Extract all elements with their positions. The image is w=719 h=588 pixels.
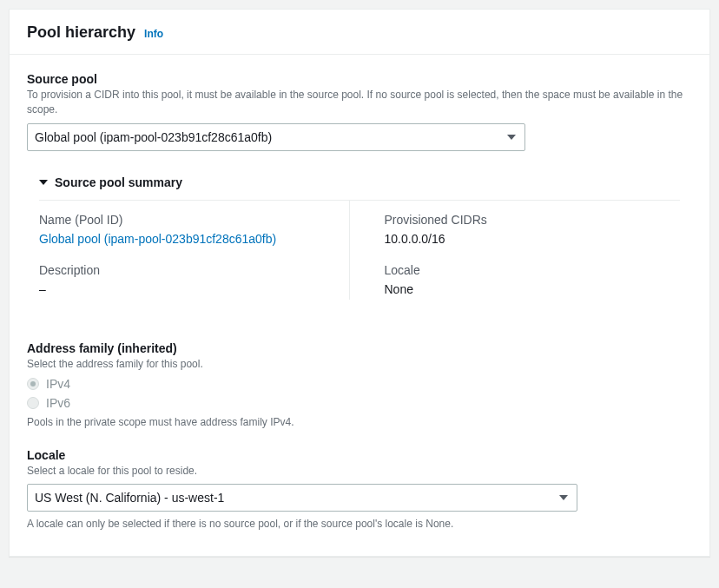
summary-description-label: Description xyxy=(39,263,335,277)
radio-ipv6: IPv6 xyxy=(27,396,692,410)
source-pool-field: Source pool To provision a CIDR into thi… xyxy=(27,72,692,151)
locale-note: A locale can only be selected if there i… xyxy=(27,517,692,532)
summary-name-label: Name (Pool ID) xyxy=(39,213,335,227)
source-pool-summary-section: Source pool summary Name (Pool ID) Globa… xyxy=(27,170,692,310)
radio-ipv4-label: IPv4 xyxy=(46,377,70,391)
chevron-down-icon xyxy=(559,495,568,500)
source-pool-selected-value: Global pool (ipam-pool-023b91cf28c61a0fb… xyxy=(35,130,272,144)
source-pool-label: Source pool xyxy=(27,72,692,86)
address-family-field: Address family (inherited) Select the ad… xyxy=(27,341,692,431)
panel-header: Pool hierarchy Info xyxy=(10,10,709,55)
radio-ipv6-label: IPv6 xyxy=(46,396,70,410)
pool-hierarchy-panel: Pool hierarchy Info Source pool To provi… xyxy=(9,9,710,557)
summary-locale-label: Locale xyxy=(385,263,681,277)
locale-select[interactable]: US West (N. California) - us-west-1 xyxy=(27,484,577,512)
locale-description: Select a locale for this pool to reside. xyxy=(27,464,692,479)
address-family-note: Pools in the private scope must have add… xyxy=(27,415,692,430)
panel-title: Pool hierarchy xyxy=(27,23,135,42)
caret-down-icon xyxy=(39,180,48,185)
summary-locale-value: None xyxy=(385,282,681,296)
summary-name-link[interactable]: Global pool (ipam-pool-023b91cf28c61a0fb… xyxy=(39,232,335,246)
source-pool-summary-title: Source pool summary xyxy=(55,175,182,189)
summary-locale-block: Locale None xyxy=(385,263,681,296)
summary-col-right: Provisioned CIDRs 10.0.0.0/16 Locale Non… xyxy=(385,201,681,300)
summary-cidrs-block: Provisioned CIDRs 10.0.0.0/16 xyxy=(385,213,681,246)
locale-label: Locale xyxy=(27,448,692,462)
locale-field: Locale Select a locale for this pool to … xyxy=(27,448,692,532)
panel-body: Source pool To provision a CIDR into thi… xyxy=(10,55,709,556)
address-family-label: Address family (inherited) xyxy=(27,341,692,355)
info-link[interactable]: Info xyxy=(144,28,163,40)
source-pool-description: To provision a CIDR into this pool, it m… xyxy=(27,88,692,118)
locale-selected-value: US West (N. California) - us-west-1 xyxy=(35,491,224,505)
summary-name-block: Name (Pool ID) Global pool (ipam-pool-02… xyxy=(39,213,335,246)
source-pool-select[interactable]: Global pool (ipam-pool-023b91cf28c61a0fb… xyxy=(27,123,525,151)
radio-ipv4: IPv4 xyxy=(27,377,692,391)
summary-description-block: Description – xyxy=(39,263,335,296)
chevron-down-icon xyxy=(507,135,516,140)
radio-ipv4-input xyxy=(27,378,39,390)
summary-cidrs-value: 10.0.0.0/16 xyxy=(385,232,681,246)
radio-ipv6-input xyxy=(27,397,39,409)
source-pool-summary-toggle[interactable]: Source pool summary xyxy=(39,175,680,200)
summary-description-value: – xyxy=(39,282,335,296)
summary-grid: Name (Pool ID) Global pool (ipam-pool-02… xyxy=(39,201,680,300)
summary-cidrs-label: Provisioned CIDRs xyxy=(385,213,681,227)
address-family-description: Select the address family for this pool. xyxy=(27,357,692,372)
summary-col-left: Name (Pool ID) Global pool (ipam-pool-02… xyxy=(39,201,350,300)
